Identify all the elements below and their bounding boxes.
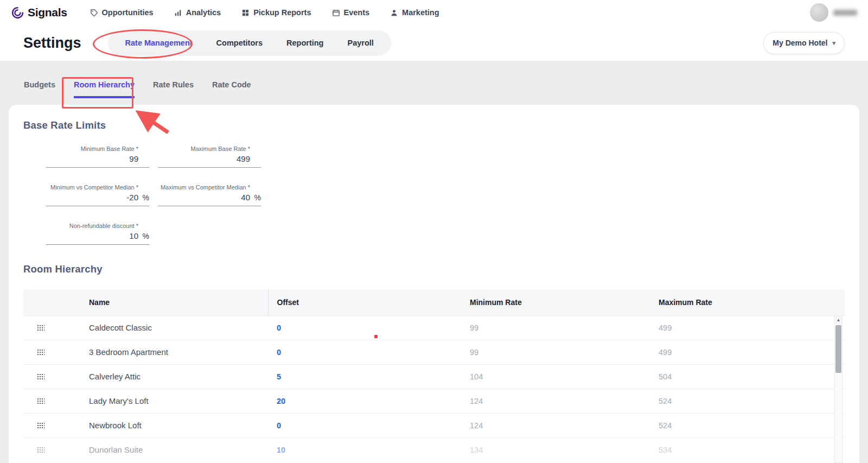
field-minimum-base-rate: Minimum Base Rate * 99 [46,145,149,168]
rate-management-subtabs: Budgets Room Hierarchy Rate Rules Rate C… [24,80,868,98]
base-rate-limits-form: Minimum Base Rate * 99 Maximum Base Rate… [46,145,845,245]
field-label: Maximum Base Rate * [158,145,261,152]
table-row: Lady Mary's Loft 20 124 524 [23,389,845,413]
hotel-selector-label: My Demo Hotel [773,39,827,47]
field-suffix: % [138,232,149,240]
drag-handle-icon[interactable] [37,349,44,355]
settings-header: Settings Rate Management Competitors Rep… [0,25,868,61]
tab-payroll[interactable]: Payroll [335,30,385,56]
column-header-minimum-rate[interactable]: Minimum Rate [465,289,655,315]
bar-chart-icon [174,9,182,17]
grid-icon [241,9,250,17]
room-hierarchy-table-wrap: Name Offset Minimum Rate Maximum Rate Ca… [23,289,845,462]
column-header-name[interactable]: Name [77,289,268,315]
calendar-icon [332,9,340,17]
field-value: -20 [46,193,138,202]
nav-item-analytics[interactable]: Analytics [174,8,221,17]
chevron-down-icon: ▾ [832,40,835,47]
minimum-base-rate-input[interactable]: 99 [46,154,149,168]
room-hierarchy-section: Room Hierarchy Name Offset Minimum Rate … [23,263,845,462]
field-value: 99 [46,154,138,163]
field-suffix: % [138,193,149,202]
tag-icon [90,9,98,17]
brand-logo[interactable]: Signals [11,6,67,20]
drag-handle-icon[interactable] [37,398,44,404]
nav-item-events[interactable]: Events [332,8,370,17]
user-area [810,3,857,22]
nav-label: Events [344,8,370,17]
person-icon [390,9,398,17]
offset-link[interactable]: 0 [268,315,465,340]
nav-item-pickup-reports[interactable]: Pickup Reports [241,8,311,17]
base-rate-limits-title: Base Rate Limits [23,119,845,131]
subtab-rate-rules[interactable]: Rate Rules [153,80,194,98]
maximum-rate-cell: 499 [655,315,845,340]
room-name-cell: Calverley Attic [77,364,268,389]
nav-label: Marketing [402,8,439,17]
tab-rate-management[interactable]: Rate Management [113,30,205,56]
drag-column-header [23,289,77,315]
minimum-rate-cell: 99 [465,340,655,364]
nav-item-marketing[interactable]: Marketing [390,8,439,17]
offset-link[interactable]: 20 [268,389,465,413]
tab-competitors[interactable]: Competitors [205,30,275,56]
minimum-rate-cell: 124 [465,413,655,437]
primary-nav: Opportunities Analytics Pickup Reports E… [90,8,439,17]
subtab-rate-code[interactable]: Rate Code [212,80,251,98]
room-name-cell: Caldecott Classic [77,315,268,340]
page-title: Settings [23,35,81,52]
brand-name: Signals [28,6,67,19]
main-content: Budgets Room Hierarchy Rate Rules Rate C… [0,61,868,463]
room-name-cell: Lady Mary's Loft [77,389,268,413]
field-maximum-base-rate: Maximum Base Rate * 499 [158,145,261,168]
room-name-cell: Newbrook Loft [77,413,268,437]
nav-item-opportunities[interactable]: Opportunities [90,8,154,17]
table-scrollbar[interactable]: ▲ [834,315,843,463]
scroll-up-arrow-icon[interactable]: ▲ [835,316,842,324]
field-minimum-vs-competitor-median: Minimum vs Competitor Median * -20 % [46,184,149,206]
field-label: Maximum vs Competitor Median * [158,184,261,191]
nav-label: Pickup Reports [253,8,311,17]
field-suffix: % [250,193,261,202]
room-name-cell: 3 Bedroom Apartment [77,340,268,364]
content-card: Base Rate Limits Minimum Base Rate * 99 … [9,105,859,463]
drag-handle-icon[interactable] [37,325,44,331]
offset-link[interactable]: 5 [268,364,465,389]
scrollbar-thumb[interactable] [835,325,841,373]
drag-handle-icon[interactable] [37,447,44,453]
field-maximum-vs-competitor-median: Maximum vs Competitor Median * 40 % [158,184,261,206]
avatar[interactable] [810,3,828,22]
table-header-row: Name Offset Minimum Rate Maximum Rate [23,289,845,315]
room-hierarchy-title: Room Hierarchy [23,263,845,275]
offset-link[interactable]: 0 [268,340,465,364]
subtab-budgets[interactable]: Budgets [24,80,55,98]
nav-label: Analytics [186,8,221,17]
maximum-rate-cell: 499 [655,340,845,364]
table-row: Dunorlan Suite 10 134 534 [23,437,845,462]
drag-handle-icon[interactable] [37,422,44,428]
minimum-rate-cell: 104 [465,364,655,389]
column-header-offset[interactable]: Offset [268,289,465,315]
user-name-blurred [833,10,857,16]
settings-tab-group: Rate Management Competitors Reporting Pa… [108,30,391,56]
subtab-room-hierarchy[interactable]: Room Hierarchy [74,80,135,98]
maximum-base-rate-input[interactable]: 499 [158,154,261,168]
field-label: Minimum Base Rate * [46,145,149,152]
tab-reporting[interactable]: Reporting [275,30,335,56]
maximum-vs-competitor-median-input[interactable]: 40 % [158,193,261,206]
maximum-rate-cell: 524 [655,413,845,437]
hotel-selector[interactable]: My Demo Hotel ▾ [763,32,845,54]
top-navigation: Signals Opportunities Analytics Pickup R… [0,0,868,25]
field-non-refundable-discount: Non-refundable discount * 10 % [46,223,149,245]
minimum-vs-competitor-median-input[interactable]: -20 % [46,193,149,206]
table-row: Newbrook Loft 0 124 524 [23,413,845,437]
field-label: Non-refundable discount * [46,223,149,229]
column-header-maximum-rate[interactable]: Maximum Rate [655,289,845,315]
minimum-rate-cell: 134 [465,437,655,462]
table-row: Caldecott Classic 0 99 499 [23,315,845,340]
drag-handle-icon[interactable] [37,373,44,379]
field-label: Minimum vs Competitor Median * [46,184,149,191]
offset-link[interactable]: 10 [268,437,465,462]
non-refundable-discount-input[interactable]: 10 % [46,231,149,245]
offset-link[interactable]: 0 [268,413,465,437]
